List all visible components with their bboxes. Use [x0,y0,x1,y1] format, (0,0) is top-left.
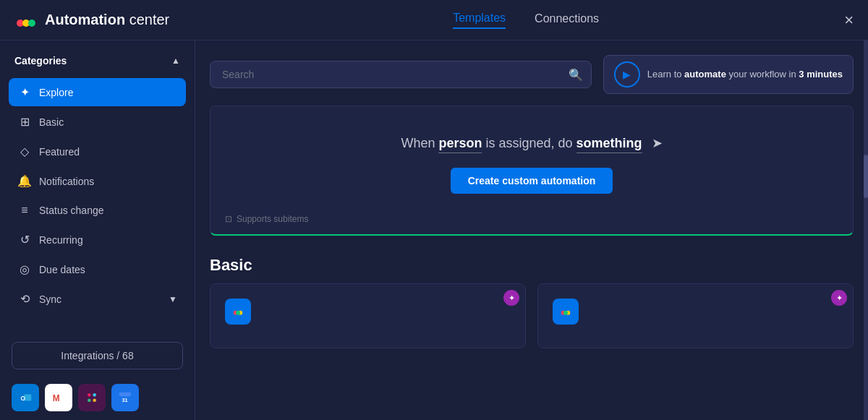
sidebar-item-label: Notifications [39,176,94,187]
tab-connections[interactable]: Connections [535,12,599,28]
sidebar-item-featured[interactable]: ◇ Featured [9,137,186,166]
sidebar-item-recurring[interactable]: ↺ Recurring [9,226,186,254]
sidebar-item-label: Sync [39,293,61,305]
svg-point-2 [28,20,35,27]
svg-text:O: O [21,395,26,402]
cards-grid: ✦ ✦ [195,283,868,363]
sidebar-item-label: Basic [39,116,64,128]
sidebar-item-basic[interactable]: ⊞ Basic [9,108,186,136]
basic-section-header: Basic [195,250,868,283]
logo-area: Automation center [14,9,169,32]
create-custom-automation-button[interactable]: Create custom automation [451,168,613,194]
sync-icon: ⟲ [17,292,32,306]
scroll-up-arrow[interactable]: ▲ [171,56,180,66]
learn-text: Learn to automate your workflow in 3 min… [647,68,843,81]
monday-logo [14,9,38,32]
automation-sentence: When person is assigned, do something ➤ [401,135,662,153]
custom-automation-card: When person is assigned, do something ➤ … [210,106,854,236]
integration-icons-row: O M 31 [0,378,195,420]
card-logo [225,299,251,325]
svg-point-10 [93,398,96,402]
sidebar-item-status-change[interactable]: ≡ Status change [9,197,186,224]
main-layout: Categories ▲ ✦ Explore ⊞ Basic ◇ Feature… [0,40,868,420]
svg-text:31: 31 [122,397,127,403]
tab-templates[interactable]: Templates [453,12,506,29]
play-icon: ▶ [614,61,640,87]
template-card[interactable]: ✦ [210,283,526,348]
content-top-bar: 🔍 ▶ Learn to automate your workflow in 3… [195,40,868,106]
status-change-icon: ≡ [17,204,32,217]
sidebar-item-label: Due dates [39,264,85,275]
gmail-icon[interactable]: M [45,384,72,411]
categories-list: ✦ Explore ⊞ Basic ◇ Featured 🔔 Notificat… [0,75,195,333]
sidebar-item-label: Featured [39,146,80,158]
basic-icon: ⊞ [17,115,32,129]
sidebar-item-sync[interactable]: ⟲ Sync ▼ [9,285,186,313]
chevron-down-icon: ▼ [169,294,177,304]
right-scrollbar[interactable] [864,40,868,420]
sidebar-item-label: Recurring [39,234,83,246]
search-icon[interactable]: 🔍 [569,68,583,82]
svg-point-16 [236,311,240,315]
app-header: Automation center Templates Connections … [0,0,868,40]
card-logo [553,299,579,325]
recurring-icon: ↺ [17,233,32,247]
categories-header: Categories ▲ [0,40,195,75]
template-card[interactable]: ✦ [537,283,854,348]
search-input[interactable] [210,61,592,88]
notifications-icon: 🔔 [17,174,32,188]
sidebar-item-explore[interactable]: ✦ Explore [9,78,186,106]
header-tabs: Templates Connections [198,12,854,29]
svg-text:M: M [53,393,60,403]
outlook-icon[interactable]: O [12,384,39,411]
learn-banner[interactable]: ▶ Learn to automate your workflow in 3 m… [603,55,854,94]
scrollbar-thumb [864,155,868,198]
featured-icon: ◇ [17,145,32,158]
svg-point-19 [563,311,568,315]
sidebar-item-due-dates[interactable]: ◎ Due dates [9,255,186,283]
send-icon: ➤ [652,136,663,150]
svg-point-9 [88,398,91,402]
slack-icon[interactable] [78,384,106,411]
close-button[interactable]: × [844,12,854,28]
calendar-icon[interactable]: 31 [111,384,139,411]
svg-rect-12 [119,393,132,397]
explore-icon: ✦ [17,85,32,99]
ai-badge: ✦ [831,290,847,306]
sidebar-item-notifications[interactable]: 🔔 Notifications [9,167,186,195]
subitems-icon: ⊡ [225,214,232,224]
search-box: 🔍 [210,61,592,88]
integrations-button[interactable]: Integrations / 68 [12,342,183,369]
svg-point-8 [93,393,96,397]
due-dates-icon: ◎ [17,262,32,276]
sidebar-item-label: Explore [39,87,73,98]
svg-point-7 [88,393,91,397]
app-title: Automation center [45,12,169,28]
subitems-label: ⊡ Supports subitems [225,214,308,224]
sidebar-item-label: Status change [39,205,104,216]
left-sidebar: Categories ▲ ✦ Explore ⊞ Basic ◇ Feature… [0,40,195,420]
main-content: 🔍 ▶ Learn to automate your workflow in 3… [195,40,868,420]
ai-badge: ✦ [503,290,519,306]
